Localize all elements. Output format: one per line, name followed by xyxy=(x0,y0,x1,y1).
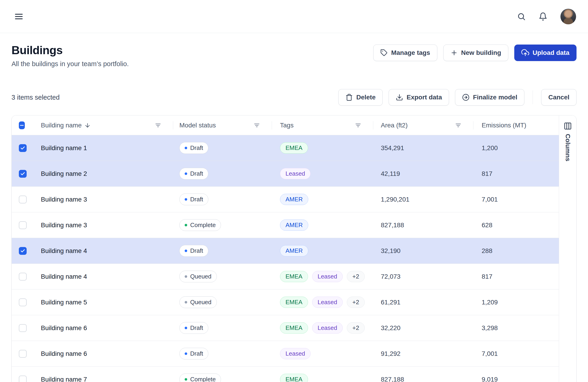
building-name: Building name 6 xyxy=(34,324,173,332)
table-row[interactable]: Building name 6 Draft Leased 91,292 7,00… xyxy=(12,341,576,367)
row-checkbox[interactable] xyxy=(19,376,27,382)
area-value: 32,190 xyxy=(373,247,473,255)
row-checkbox[interactable] xyxy=(19,273,27,281)
cancel-button[interactable]: Cancel xyxy=(541,89,577,106)
selection-actions: Delete Export data Finalize model Cancel xyxy=(338,89,577,106)
search-icon xyxy=(517,12,526,21)
tags-cell: Leased xyxy=(272,168,373,179)
status-dot xyxy=(185,172,187,175)
status-label: Draft xyxy=(190,196,203,203)
sort-desc-icon[interactable] xyxy=(84,122,91,129)
building-name: Building name 4 xyxy=(34,247,173,255)
table-row[interactable]: Building name 2 Draft Leased 42,119 817 xyxy=(12,161,576,187)
tag-pill: +2 xyxy=(347,271,365,282)
menu-button[interactable] xyxy=(12,10,26,23)
topbar-right xyxy=(514,9,576,24)
filter-tags-button[interactable] xyxy=(354,121,362,130)
columns-button[interactable]: Columns xyxy=(559,116,576,382)
column-header-model-status: Model status xyxy=(173,116,272,135)
tag-pill: Leased xyxy=(280,168,311,179)
table-row[interactable]: Building name 5 Queued EMEALeased+2 61,2… xyxy=(12,289,576,315)
notifications-button[interactable] xyxy=(536,10,550,23)
column-header-area: Area (ft2) xyxy=(373,116,473,135)
avatar[interactable] xyxy=(560,9,576,24)
area-value: 91,292 xyxy=(373,350,473,358)
row-checkbox-cell xyxy=(12,221,34,229)
filter-model-status-button[interactable] xyxy=(252,121,261,130)
row-checkbox[interactable] xyxy=(19,196,27,203)
table-row[interactable]: Building name 4 Draft AMER 32,190 288 xyxy=(12,238,576,264)
row-checkbox[interactable] xyxy=(19,170,27,178)
status-label: Draft xyxy=(190,170,203,177)
tag-pill: Leased xyxy=(280,348,311,359)
filter-area-button[interactable] xyxy=(454,121,462,130)
tag-pill: EMEA xyxy=(280,322,308,334)
status-dot xyxy=(185,198,187,201)
status-badge: Draft xyxy=(179,348,208,360)
status-dot xyxy=(185,224,187,226)
table-row[interactable]: Building name 7 Complete EMEA 827,188 9,… xyxy=(12,367,576,382)
page-subtitle: All the buildings in your team’s portfol… xyxy=(11,60,129,68)
plus-icon xyxy=(450,49,458,57)
filter-lines-icon xyxy=(455,122,462,129)
selection-bar: 3 items selected Delete Export data Fina… xyxy=(0,89,588,106)
row-checkbox[interactable] xyxy=(19,350,27,358)
upload-data-button[interactable]: Upload data xyxy=(514,44,577,61)
table-row[interactable]: Building name 1 Draft EMEA 354,291 1,200 xyxy=(12,135,576,161)
status-dot xyxy=(185,250,187,252)
search-button[interactable] xyxy=(514,10,528,23)
row-checkbox[interactable] xyxy=(19,144,27,152)
select-all-checkbox[interactable] xyxy=(19,121,25,129)
row-checkbox[interactable] xyxy=(19,299,27,306)
status-dot xyxy=(185,301,187,303)
filter-building-name-button[interactable] xyxy=(154,121,162,130)
tags-cell: EMEA xyxy=(272,142,373,154)
tag-pill: EMEA xyxy=(280,374,308,382)
status-cell: Draft xyxy=(173,142,272,154)
new-building-button[interactable]: New building xyxy=(443,44,508,61)
building-name: Building name 7 xyxy=(34,376,173,382)
row-checkbox-cell xyxy=(12,196,34,203)
column-header-building-name: Building name xyxy=(34,116,173,135)
status-cell: Complete xyxy=(173,219,272,231)
table-row[interactable]: Building name 4 Queued EMEALeased+2 72,0… xyxy=(12,264,576,289)
upload-cloud-icon xyxy=(521,49,529,57)
status-label: Draft xyxy=(190,144,203,152)
area-value: 42,119 xyxy=(373,170,473,178)
export-data-button[interactable]: Export data xyxy=(389,89,449,106)
manage-tags-button[interactable]: Manage tags xyxy=(373,44,437,61)
trash-icon xyxy=(345,94,353,101)
building-name: Building name 6 xyxy=(34,350,173,358)
table-body: Building name 1 Draft EMEA 354,291 1,200… xyxy=(12,135,576,382)
columns-icon xyxy=(564,122,572,130)
buildings-table: Building name Model status Tags xyxy=(11,115,577,382)
status-cell: Draft xyxy=(173,348,272,360)
building-name-header-label: Building name xyxy=(41,122,82,129)
status-badge: Draft xyxy=(179,168,208,180)
filter-lines-icon xyxy=(355,122,361,129)
table-row[interactable]: Building name 3 Complete AMER 827,188 62… xyxy=(12,212,576,238)
area-value: 61,291 xyxy=(373,299,473,306)
status-label: Draft xyxy=(190,247,203,254)
row-checkbox[interactable] xyxy=(19,324,27,332)
area-header-label: Area (ft2) xyxy=(381,122,408,129)
model-status-header-label: Model status xyxy=(179,122,216,129)
status-dot xyxy=(185,147,187,149)
status-cell: Queued xyxy=(173,296,272,308)
finalize-model-button[interactable]: Finalize model xyxy=(455,89,524,106)
tags-cell: EMEALeased+2 xyxy=(272,297,373,308)
status-dot xyxy=(185,327,187,329)
tags-cell: EMEA xyxy=(272,374,373,382)
tag-icon xyxy=(380,49,388,57)
download-icon xyxy=(396,94,403,101)
row-checkbox[interactable] xyxy=(19,221,27,229)
status-badge: Draft xyxy=(179,142,208,154)
status-badge: Draft xyxy=(179,245,208,257)
table-row[interactable]: Building name 3 Draft AMER 1,290,201 7,0… xyxy=(12,187,576,212)
status-label: Queued xyxy=(190,299,211,306)
delete-button[interactable]: Delete xyxy=(338,89,383,106)
row-checkbox-cell xyxy=(12,273,34,281)
row-checkbox[interactable] xyxy=(19,247,27,255)
tag-pill: Leased xyxy=(312,271,343,282)
table-row[interactable]: Building name 6 Draft EMEALeased+2 32,22… xyxy=(12,315,576,341)
